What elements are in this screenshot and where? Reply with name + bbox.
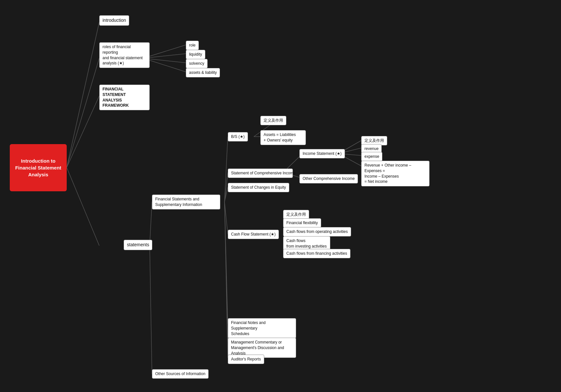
cashflow-flex-node: Financial flexibility <box>283 218 321 228</box>
cashflow-node: Cash Flow Statement (★) <box>228 230 279 239</box>
roles-node: roles of financial reporting and financi… <box>99 42 150 68</box>
cashflow-operating-node: Cash flows from operating activities <box>283 227 351 237</box>
svg-line-13 <box>225 202 228 234</box>
svg-line-9 <box>150 246 152 374</box>
bs-node: B/S (★) <box>228 132 248 142</box>
svg-line-2 <box>67 96 99 168</box>
cashflow-financing-node: Cash flows from financing activities <box>283 249 350 258</box>
income-formula-node: Revenue + Other income – Expenses = Inco… <box>361 161 430 186</box>
income-expense-node: expense <box>361 152 382 161</box>
liquidity-node: liquidity <box>186 50 205 59</box>
assets-liability-node: assets & liability <box>186 68 220 77</box>
bs-def-node: 定义及作用 <box>260 116 286 125</box>
other-comp-income-node: Other Comprehensive Income <box>299 174 358 183</box>
auditor-reports-node: Auditor's Reports <box>228 355 264 364</box>
bs-formula-node: Assets = Liabilities + Owners' equity <box>260 130 306 145</box>
statements-node: statements <box>124 240 152 250</box>
svg-line-0 <box>67 22 99 168</box>
svg-line-12 <box>225 187 228 202</box>
mindmap: Introduction to Financial Statement Anal… <box>0 0 561 392</box>
cashflow-def-node: 定义及作用 <box>283 210 309 219</box>
svg-line-10 <box>225 137 228 202</box>
svg-line-8 <box>150 202 152 246</box>
framework-node: FINANCIAL STATEMENT ANALYSIS FRAMEWORK <box>99 85 150 110</box>
introduction-node: introduction <box>99 15 129 26</box>
solvency-node: solvency <box>186 59 208 68</box>
fin-notes-node: Financial Notes and Supplementary Schedu… <box>228 318 296 338</box>
other-sources-node: Other Sources of Information <box>152 369 209 379</box>
svg-line-14 <box>225 202 228 324</box>
svg-line-11 <box>225 172 228 202</box>
changes-equity-node: Statement of Changes in Equity <box>228 183 289 192</box>
comp-income-node: Statement of Comprehensive Income <box>228 169 293 178</box>
income-stmt-node: Income Statement (★) <box>299 149 345 158</box>
role-node: role <box>186 41 199 50</box>
svg-line-3 <box>67 168 99 246</box>
svg-line-15 <box>225 202 228 342</box>
svg-line-1 <box>67 58 99 168</box>
fin-statements-supp-node: Financial Statements and Supplementary I… <box>152 195 220 210</box>
svg-line-16 <box>225 202 228 358</box>
root-node: Introduction to Financial Statement Anal… <box>10 144 67 191</box>
